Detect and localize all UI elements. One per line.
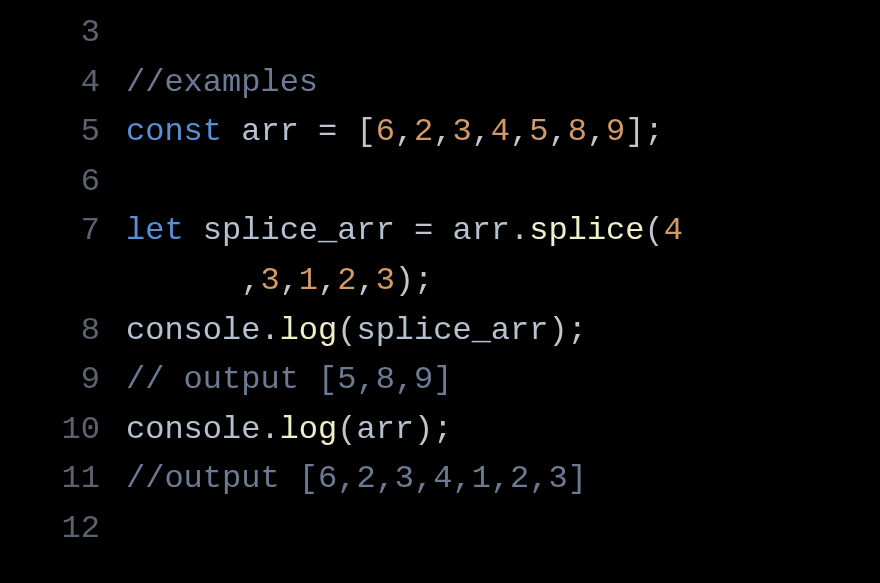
code-token: ]; xyxy=(625,113,663,150)
code-token: ); xyxy=(395,262,433,299)
code-token: arr xyxy=(433,212,510,249)
code-line: 5const arr = [6,2,3,4,5,8,9]; xyxy=(0,107,880,157)
code-token: . xyxy=(260,411,279,448)
code-token: 3 xyxy=(452,113,471,150)
code-token: , xyxy=(548,113,567,150)
line-number: 11 xyxy=(0,454,126,504)
code-token: 4 xyxy=(491,113,510,150)
code-token: = xyxy=(318,113,337,150)
code-token: log xyxy=(280,312,338,349)
code-token: arr xyxy=(356,411,414,448)
code-token: , xyxy=(356,262,375,299)
code-token: log xyxy=(280,411,338,448)
code-line: 3 xyxy=(0,8,880,58)
line-number: 10 xyxy=(0,405,126,455)
line-number: 5 xyxy=(0,107,126,157)
code-token: 9 xyxy=(606,113,625,150)
line-number: 6 xyxy=(0,157,126,207)
code-token: 3 xyxy=(376,262,395,299)
code-token: ( xyxy=(337,411,356,448)
code-token: console xyxy=(126,312,260,349)
code-line: ,3,1,2,3); xyxy=(0,256,880,306)
code-token: . xyxy=(510,212,529,249)
code-line: 9// output [5,8,9] xyxy=(0,355,880,405)
code-token: splice xyxy=(529,212,644,249)
code-token: ( xyxy=(644,212,663,249)
code-line: 8console.log(splice_arr); xyxy=(0,306,880,356)
code-token: ); xyxy=(414,411,452,448)
code-token: console xyxy=(126,411,260,448)
code-token: 1 xyxy=(299,262,318,299)
line-number: 12 xyxy=(0,504,126,554)
code-token: , xyxy=(587,113,606,150)
code-token: 5 xyxy=(529,113,548,150)
code-line: 4//examples xyxy=(0,58,880,108)
code-line: 12 xyxy=(0,504,880,554)
code-content: // output [5,8,9] xyxy=(126,355,880,405)
code-token: // output [5,8,9] xyxy=(126,361,452,398)
code-content: //examples xyxy=(126,58,880,108)
code-token: 8 xyxy=(568,113,587,150)
code-token: let xyxy=(126,212,184,249)
code-token: ( xyxy=(337,312,356,349)
code-token: , xyxy=(395,113,414,150)
code-token: splice_arr xyxy=(184,212,414,249)
code-token: const xyxy=(126,113,222,150)
code-token: splice_arr xyxy=(356,312,548,349)
code-content: ,3,1,2,3); xyxy=(126,256,880,306)
code-token: 6 xyxy=(376,113,395,150)
code-token: , xyxy=(241,262,260,299)
code-token: , xyxy=(318,262,337,299)
code-line: 7let splice_arr = arr.splice(4 xyxy=(0,206,880,256)
code-token: arr xyxy=(222,113,318,150)
code-content: let splice_arr = arr.splice(4 xyxy=(126,206,880,256)
code-token: ); xyxy=(548,312,586,349)
code-token: 2 xyxy=(337,262,356,299)
line-number: 7 xyxy=(0,206,126,256)
code-content: console.log(splice_arr); xyxy=(126,306,880,356)
code-token: 2 xyxy=(414,113,433,150)
code-token: , xyxy=(472,113,491,150)
line-number: 3 xyxy=(0,8,126,58)
code-token: //examples xyxy=(126,64,318,101)
line-number: 9 xyxy=(0,355,126,405)
code-token: [ xyxy=(337,113,375,150)
code-token: //output [6,2,3,4,1,2,3] xyxy=(126,460,587,497)
code-editor: 34//examples5const arr = [6,2,3,4,5,8,9]… xyxy=(0,0,880,554)
line-number: 8 xyxy=(0,306,126,356)
code-token: = xyxy=(414,212,433,249)
code-token: , xyxy=(510,113,529,150)
code-content: console.log(arr); xyxy=(126,405,880,455)
code-line: 10console.log(arr); xyxy=(0,405,880,455)
code-token: , xyxy=(433,113,452,150)
line-number: 4 xyxy=(0,58,126,108)
code-token: 4 xyxy=(664,212,683,249)
code-token: 3 xyxy=(260,262,279,299)
code-content: const arr = [6,2,3,4,5,8,9]; xyxy=(126,107,880,157)
code-token: . xyxy=(260,312,279,349)
code-line: 11//output [6,2,3,4,1,2,3] xyxy=(0,454,880,504)
code-token: , xyxy=(280,262,299,299)
code-content: //output [6,2,3,4,1,2,3] xyxy=(126,454,880,504)
code-line: 6 xyxy=(0,157,880,207)
